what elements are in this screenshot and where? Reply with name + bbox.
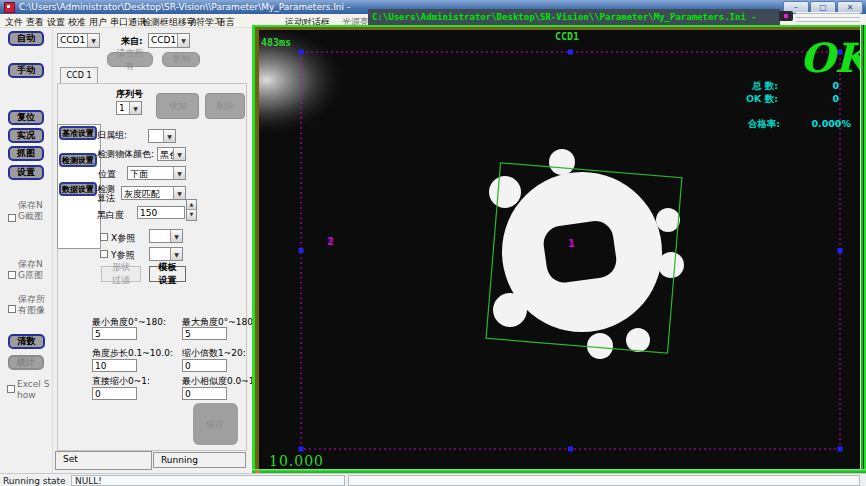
object-color-value: 黑色 [158,148,173,160]
angle-step-input[interactable] [92,359,137,372]
object-color-label: 检测物体颜色: [97,148,154,161]
direct-shrink-input[interactable] [92,387,137,400]
menu-item-serial-comm[interactable]: 串口通讯 [110,16,146,29]
x-ref-combo[interactable]: ▼ [149,229,183,243]
chevron-down-icon[interactable]: ▼ [173,187,185,199]
spin-up-icon[interactable]: ▲ [187,200,196,210]
capture-button[interactable]: 抓图 [8,146,44,161]
part-center-hole [541,219,618,285]
menu-item-calibration[interactable]: 校准 [68,16,86,29]
status-cell-empty [348,475,860,486]
roi-handle-top-left[interactable] [299,50,304,55]
status-bar: Running state NULL! [0,473,866,486]
roi-handle-mid-right[interactable] [838,248,843,253]
save-all-checkbox[interactable] [8,305,16,313]
position-combo[interactable]: 下面 ▼ [127,166,186,180]
data-setting-button[interactable]: 数据设置 [59,182,97,196]
tab-ccd1[interactable]: CCD 1 [60,67,98,84]
min-similarity-input[interactable] [182,387,227,400]
setup-button[interactable]: 设置 [8,165,44,180]
copy-button: 复制 [162,52,200,67]
threshold-label: 黑白度 [97,209,124,222]
tab-set[interactable]: Set [55,451,152,470]
ccd-select-combo[interactable]: CCD1 ▼ [57,33,100,48]
camera-title-text: CCD1 [555,31,579,42]
chevron-down-icon[interactable]: ▼ [163,130,175,142]
max-angle-input[interactable] [182,327,227,340]
roi-handle-bottom-right[interactable] [838,447,843,452]
grip-lines [796,12,860,23]
tab-running[interactable]: Running [153,452,246,468]
template-setting-button[interactable]: 模板设置 [149,266,186,282]
manual-button[interactable]: 手动 [8,63,44,78]
serial-combo[interactable]: 1 ▼ [116,101,142,115]
chevron-down-icon[interactable]: ▼ [129,102,141,114]
total-label: 总 数: [751,80,778,91]
ccd-select-value: CCD1 [58,34,87,47]
threshold-spinner[interactable]: ▲ ▼ [186,199,197,221]
menu-item-view[interactable]: 查看 [26,16,44,29]
algorithm-value: 灰度匹配 [122,187,173,199]
y-ref-value [150,248,170,260]
min-angle-input[interactable] [92,327,137,340]
menu-item-file[interactable]: 文件 [5,16,23,29]
ok-count-value: 0 [832,93,839,104]
excel-show-label: Excel Show [17,379,51,401]
threshold-input[interactable] [137,206,185,219]
shrink-input[interactable] [182,359,227,372]
scale-text: 10.000 [269,453,324,469]
group-label: 归属组: [97,129,127,142]
chevron-down-icon[interactable]: ▼ [173,148,185,160]
chevron-down-icon[interactable]: ▼ [170,230,182,242]
detect-setting-button[interactable]: 检测设置 [59,153,97,167]
menu-item-settings[interactable]: 设置 [47,16,65,29]
shape-filter-button: 形状过滤 [101,266,141,282]
add-button: 增加 [156,93,199,119]
live-button[interactable]: 实况 [8,128,44,143]
from-value: CCD1 [149,34,177,47]
clear-count-button[interactable]: 清数 [8,334,45,349]
chevron-down-icon[interactable]: ▼ [177,34,189,47]
spin-down-icon[interactable]: ▼ [187,210,196,220]
group-combo[interactable]: ▼ [148,129,176,143]
roi-handle-bottom-mid[interactable] [568,447,573,452]
menu-item-language[interactable]: 语言 [217,16,235,29]
roi-handle-bottom-left[interactable] [299,447,304,452]
algorithm-label: 检测算法 [97,185,117,203]
roi-handle-top-mid[interactable] [568,50,573,55]
auto-button[interactable]: 自动 [8,31,44,46]
y-ref-checkbox[interactable] [100,250,108,258]
excel-show-checkbox[interactable] [7,385,15,393]
camera-border-right [860,25,866,474]
save-ng-raw-checkbox[interactable] [8,271,16,279]
ok-count-label: OK 数: [746,93,778,104]
roi-handle-mid-left[interactable] [299,248,304,253]
algorithm-combo[interactable]: 灰度匹配 ▼ [121,186,186,200]
chevron-down-icon[interactable]: ▼ [87,34,99,47]
menu-item-user[interactable]: 用户 [89,16,107,29]
save-ng-shot-checkbox[interactable] [8,214,16,222]
status-label: Running state [3,476,66,486]
group-value [149,130,163,142]
result-ok-text: OK [800,34,860,81]
pass-rate-label: 合格率: [747,118,780,129]
marker-2-text: 2 [327,236,334,247]
total-value: 0 [832,80,839,91]
y-ref-combo[interactable]: ▼ [149,247,183,261]
save-all-label: 保存所有图像 [18,294,48,316]
left-panel-divider [52,28,53,472]
camera-overlay: 483ms CCD1 OK 总 数: 0 OK 数: 0 合格率: 0.000%… [259,30,860,469]
base-setting-button[interactable]: 基准设置 [59,126,97,140]
app-icon [4,2,15,13]
x-ref-label: X参照 [111,232,135,245]
x-ref-checkbox[interactable] [100,233,108,241]
cycle-time-text: 483ms [261,37,291,48]
chevron-down-icon[interactable]: ▼ [170,248,182,260]
chevron-down-icon[interactable]: ▼ [173,167,185,179]
inspected-part [489,149,684,359]
from-combo[interactable]: CCD1 ▼ [148,33,190,48]
reset-button[interactable]: 复位 [8,110,44,125]
object-color-combo[interactable]: 黑色 ▼ [157,147,186,161]
parameter-path-display: C:\Users\Administrator\Desktop\SR-Vision… [368,9,780,26]
save-ng-raw-label: 保存NG原图 [18,259,48,281]
